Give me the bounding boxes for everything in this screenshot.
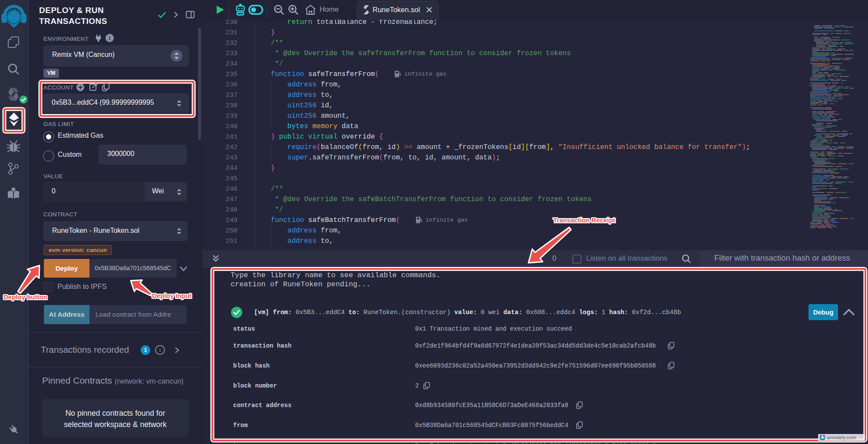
svg-text:i: i: [159, 347, 161, 353]
